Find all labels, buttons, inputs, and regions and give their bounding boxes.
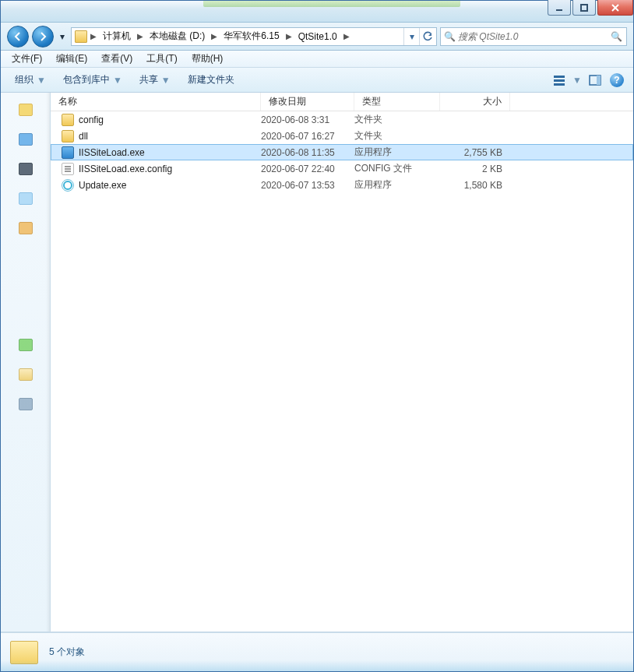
file-name-cell: Update.exe (62, 179, 261, 192)
close-button[interactable] (597, 0, 633, 16)
menu-tools[interactable]: 工具(T) (140, 51, 183, 67)
chevron-right-icon: ▶ (342, 32, 351, 40)
sidebar-resize-handle[interactable] (46, 93, 50, 632)
close-icon (611, 4, 620, 12)
svg-rect-0 (556, 9, 562, 11)
file-row[interactable]: dll2020-06-07 16:27文件夹 (51, 128, 633, 144)
file-row[interactable]: IISSiteLoad.exe2020-06-08 11:35应用程序2,755… (51, 144, 633, 160)
organize-button[interactable]: 组织 ▼ (9, 71, 52, 89)
include-in-library-button[interactable]: 包含到库中 ▼ (57, 71, 129, 89)
file-name: config (79, 114, 104, 125)
sidebar-folder-icon[interactable] (19, 368, 33, 381)
file-size: 2,755 KB (440, 147, 510, 158)
search-go-button[interactable]: 🔍 (609, 31, 623, 42)
file-date: 2020-06-08 11:35 (261, 147, 354, 158)
back-button[interactable] (7, 26, 29, 47)
view-list-icon (553, 75, 565, 86)
sidebar-libraries-icon[interactable] (19, 133, 33, 146)
share-label: 共享 (139, 73, 158, 86)
file-row[interactable]: IISSiteLoad.exe.config2020-06-07 22:40CO… (51, 160, 633, 177)
menu-help[interactable]: 帮助(H) (185, 51, 230, 67)
file-name: IISSiteLoad.exe (79, 147, 145, 158)
file-type: 文件夹 (354, 129, 440, 142)
column-type[interactable]: 类型 (354, 93, 440, 111)
column-size[interactable]: 大小 (440, 93, 510, 111)
column-header-row: 名称 修改日期 类型 大小 (51, 93, 633, 111)
toolbar-right: ▼ ? (551, 72, 625, 89)
file-date: 2020-06-07 22:40 (261, 164, 354, 174)
sidebar-favorites-icon[interactable] (19, 104, 33, 116)
file-type: 应用程序 (354, 146, 440, 159)
arrow-left-icon (12, 31, 23, 42)
maximize-icon (580, 4, 588, 12)
file-type: 文件夹 (354, 113, 440, 126)
address-dropdown[interactable]: ▾ (403, 28, 419, 45)
forward-button[interactable] (32, 26, 54, 47)
file-date: 2020-06-08 3:31 (261, 114, 354, 125)
column-date[interactable]: 修改日期 (261, 93, 354, 111)
share-button[interactable]: 共享 ▼ (133, 71, 177, 89)
column-name[interactable]: 名称 (51, 93, 261, 111)
file-pane: 名称 修改日期 类型 大小 config2020-06-08 3:31文件夹dl… (51, 93, 633, 632)
address-bar[interactable]: ▶ 计算机 ▶ 本地磁盘 (D:) ▶ 华军软件6.15 ▶ QtSite1.0… (71, 27, 437, 46)
content-area: 名称 修改日期 类型 大小 config2020-06-08 3:31文件夹dl… (1, 93, 633, 632)
window-controls (546, 0, 633, 16)
file-name: dll (79, 131, 88, 142)
help-button[interactable]: ? (608, 72, 625, 89)
menu-file[interactable]: 文件(F) (5, 51, 48, 67)
chevron-down-icon: ▼ (37, 75, 46, 86)
svg-rect-4 (554, 83, 565, 86)
file-size: 2 KB (440, 164, 510, 174)
svg-rect-1 (581, 5, 587, 11)
include-label: 包含到库中 (63, 73, 110, 86)
minimize-icon (555, 4, 563, 12)
sidebar-icons (1, 93, 50, 410)
status-bar: 5 个对象 (1, 632, 633, 671)
help-icon: ? (610, 73, 624, 87)
sidebar-homegroup-icon[interactable] (19, 339, 33, 351)
file-name: IISSiteLoad.exe.config (79, 164, 172, 174)
sidebar-cloud-icon[interactable] (19, 192, 33, 205)
title-bar (1, 1, 633, 23)
file-type: CONFIG 文件 (354, 162, 440, 175)
file-row[interactable]: config2020-06-08 3:31文件夹 (51, 111, 633, 128)
folder-icon (75, 30, 87, 43)
preview-pane-button[interactable] (586, 72, 604, 89)
chevron-down-icon: ▼ (113, 75, 122, 86)
file-name-cell: dll (62, 130, 261, 142)
sidebar-computer-icon[interactable] (19, 163, 33, 175)
view-mode-button[interactable] (551, 72, 568, 89)
status-text: 5 个对象 (49, 646, 85, 659)
menu-view[interactable]: 查看(V) (95, 51, 139, 67)
chevron-down-icon: ▼ (161, 75, 171, 86)
breadcrumb-drive[interactable]: 本地磁盘 (D:) (145, 28, 210, 45)
maximize-button[interactable] (572, 0, 596, 16)
nav-sidebar[interactable] (1, 93, 51, 632)
sidebar-pictures-icon[interactable] (19, 222, 33, 234)
file-name: Update.exe (79, 180, 126, 191)
sidebar-network-icon[interactable] (19, 398, 33, 410)
title-accent (203, 1, 460, 7)
new-folder-button[interactable]: 新建文件夹 (181, 71, 241, 89)
refresh-icon (422, 31, 433, 42)
menu-edit[interactable]: 编辑(E) (50, 51, 93, 67)
chevron-down-icon[interactable]: ▼ (572, 75, 582, 86)
search-icon: 🔍 (444, 31, 455, 42)
minimize-button[interactable] (548, 0, 571, 16)
search-input[interactable] (458, 31, 609, 42)
explorer-window: ▾ ▶ 计算机 ▶ 本地磁盘 (D:) ▶ 华军软件6.15 ▶ QtSite1… (0, 0, 634, 672)
breadcrumb-computer[interactable]: 计算机 (98, 28, 136, 45)
breadcrumb-folder-1[interactable]: 华军软件6.15 (219, 28, 284, 45)
file-row[interactable]: Update.exe2020-06-07 13:53应用程序1,580 KB (51, 177, 633, 193)
menu-bar: 文件(F) 编辑(E) 查看(V) 工具(T) 帮助(H) (1, 51, 633, 68)
nav-history-dropdown[interactable]: ▾ (57, 31, 68, 42)
refresh-button[interactable] (419, 28, 435, 45)
search-box[interactable]: 🔍 🔍 (440, 27, 627, 46)
nav-row: ▾ ▶ 计算机 ▶ 本地磁盘 (D:) ▶ 华军软件6.15 ▶ QtSite1… (1, 23, 633, 51)
exe-blue-icon (62, 146, 74, 159)
file-list[interactable]: config2020-06-08 3:31文件夹dll2020-06-07 16… (51, 111, 633, 632)
svg-rect-6 (597, 76, 601, 85)
file-name-cell: IISSiteLoad.exe.config (62, 163, 261, 175)
folder-icon (62, 130, 74, 142)
breadcrumb-folder-2[interactable]: QtSite1.0 (294, 28, 342, 45)
